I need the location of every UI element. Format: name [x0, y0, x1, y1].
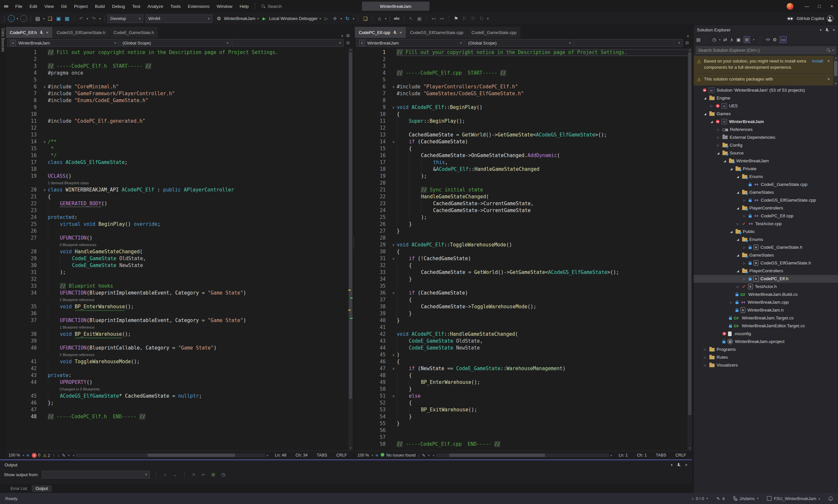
- code-line[interactable]: 8: [355, 97, 692, 104]
- close-icon[interactable]: ×: [833, 28, 835, 32]
- tree-chevron-icon[interactable]: ◢: [735, 206, 740, 210]
- line-number[interactable]: 1: [355, 49, 390, 56]
- line-number[interactable]: 5: [355, 76, 390, 84]
- solution-search-input[interactable]: Search Solution Explorer (Ctrl+;) ▾: [696, 46, 836, 54]
- line-number[interactable]: 39: [6, 338, 41, 345]
- code-line[interactable]: 23: [6, 207, 353, 214]
- fold-chevron-icon[interactable]: ∨: [390, 290, 397, 296]
- output-source-select[interactable]: ▾: [42, 471, 150, 479]
- horizontal-scrollbar[interactable]: ◄ ►: [72, 453, 269, 457]
- search-button[interactable]: Search: [258, 4, 285, 9]
- navigate-back-icon[interactable]: ←: [7, 14, 15, 23]
- tree-chevron-icon[interactable]: ▷: [742, 262, 747, 265]
- code-line[interactable]: 40}: [355, 317, 692, 324]
- code-line[interactable]: 33// Blueprint hooks: [6, 283, 353, 290]
- line-number[interactable]: 13: [6, 131, 41, 139]
- line-number[interactable]: 18: [6, 166, 41, 173]
- line-number[interactable]: 2: [6, 56, 41, 63]
- code-line[interactable]: 48{: [355, 372, 692, 379]
- git-sync-status[interactable]: ↑↓ 0 / 0 ▾: [691, 496, 708, 501]
- vertical-scrollbar[interactable]: ▲ ▼: [348, 48, 353, 451]
- line-number[interactable]: 43: [355, 338, 390, 345]
- codelens-link[interactable]: 0 Blueprint references: [59, 241, 96, 248]
- code-line[interactable]: 23CachedGameState->CurrentGameState,: [355, 200, 692, 207]
- code-line[interactable]: 20: [355, 180, 692, 186]
- start-debugging-icon[interactable]: ▶: [260, 14, 268, 23]
- line-number[interactable]: 37: [355, 296, 390, 303]
- tree-item[interactable]: ◢+WinterBreakJam: [694, 118, 838, 126]
- code-line[interactable]: 32: [6, 276, 353, 283]
- code-line[interactable]: 40UFUNCTION(BlueprintCallable, Category …: [6, 345, 353, 352]
- code-line[interactable]: 38CachedGameState->ToggleWarehouseMode()…: [355, 303, 692, 310]
- line-number[interactable]: 31: [6, 269, 41, 276]
- code-line[interactable]: 13: [6, 131, 353, 139]
- code-line[interactable]: 30CodeE_GameState NewState: [6, 262, 353, 269]
- code-line[interactable]: 9: [6, 104, 353, 111]
- tree-item[interactable]: ◢GameStates: [694, 251, 838, 259]
- navigate-back-dropdown[interactable]: ▾: [16, 14, 19, 23]
- bookmarks-dropdown[interactable]: ▾: [486, 14, 489, 23]
- autoscroll-icon[interactable]: ⊞: [210, 472, 217, 477]
- select-cursor-icon[interactable]: ↖: [407, 14, 415, 23]
- code-editor[interactable]: 1// Fill out your copyright notice in th…: [355, 48, 692, 451]
- line-number[interactable]: 40: [355, 317, 390, 324]
- line-number[interactable]: 31: [355, 255, 390, 262]
- line-number[interactable]: 27: [6, 235, 41, 241]
- line-number[interactable]: 54: [355, 413, 390, 420]
- code-line[interactable]: 44UPROPERTY(): [6, 379, 353, 386]
- close-icon[interactable]: ×: [685, 463, 688, 467]
- tree-item[interactable]: ▷Config: [694, 141, 838, 149]
- menu-debug[interactable]: Debug: [108, 0, 129, 13]
- code-line[interactable]: 45ACodeGS_ElfGameState* CachedGameState …: [6, 393, 353, 400]
- error-count[interactable]: ×0: [32, 453, 40, 458]
- line-number[interactable]: 16: [355, 152, 390, 159]
- line-number[interactable]: 22: [6, 200, 41, 207]
- document-health-icon[interactable]: ≈: [375, 453, 378, 458]
- tree-chevron-icon[interactable]: ▷: [716, 136, 720, 139]
- code-cleanup-icon[interactable]: ✎: [422, 453, 426, 458]
- nav-project-select[interactable]: + WinterBreakJam▾: [7, 39, 119, 47]
- menu-edit[interactable]: Edit: [26, 0, 40, 13]
- line-number[interactable]: 28: [6, 248, 41, 255]
- code-line[interactable]: 43private:: [6, 372, 353, 379]
- next-issue-icon[interactable]: ↓: [57, 453, 59, 457]
- line-number[interactable]: 28: [355, 235, 390, 241]
- tree-item[interactable]: ◢GameStates: [694, 188, 838, 196]
- line-number[interactable]: 48: [355, 372, 390, 379]
- decrease-indent-icon[interactable]: ↤: [429, 14, 437, 23]
- split-editor-icon[interactable]: ⊟: [683, 40, 691, 45]
- tree-chevron-icon[interactable]: ◢: [703, 96, 707, 100]
- tab-list-dropdown[interactable]: ▾: [687, 34, 689, 38]
- code-line[interactable]: 47: [6, 407, 353, 413]
- line-number[interactable]: 4: [355, 70, 390, 76]
- code-line[interactable]: 27UFUNCTION(): [6, 235, 353, 241]
- tree-item[interactable]: C#WinterBreakJamEditor.Target.cs: [694, 322, 838, 330]
- codelens-link[interactable]: 1 derived Blueprint class: [48, 180, 89, 186]
- line-number[interactable]: 18: [355, 166, 390, 173]
- word-wrap-icon[interactable]: ↵: [200, 472, 207, 477]
- code-line[interactable]: 42void ACodePC_Elf::HandleGameStateChang…: [355, 331, 692, 338]
- show-all-files-icon[interactable]: ▣: [736, 37, 741, 42]
- code-line[interactable]: 5: [355, 76, 692, 84]
- tree-chevron-icon[interactable]: ▷: [735, 222, 740, 226]
- line-number[interactable]: 25: [6, 221, 41, 228]
- startup-project-dropdown[interactable]: ▾: [256, 14, 260, 23]
- tree-item[interactable]: C#WinterBreakJam.Build.cs: [694, 291, 838, 299]
- line-number[interactable]: 33: [355, 269, 390, 276]
- code-cleanup-dropdown[interactable]: ▾: [428, 454, 429, 457]
- line-number[interactable]: 10: [6, 111, 41, 118]
- line-number[interactable]: 26: [355, 221, 390, 228]
- line-number[interactable]: 20: [355, 180, 390, 186]
- code-line[interactable]: 39}: [355, 310, 692, 317]
- zoom-level[interactable]: 100 %: [8, 453, 20, 457]
- find-message-icon[interactable]: ⌕: [162, 472, 168, 478]
- fold-chevron-icon[interactable]: ∨: [41, 186, 48, 194]
- tree-item[interactable]: ◢Engine: [694, 94, 838, 102]
- line-number[interactable]: 17: [355, 159, 390, 166]
- line-number[interactable]: 1: [6, 49, 41, 56]
- line-ending[interactable]: CRLF: [672, 453, 689, 457]
- menu-extensions[interactable]: Extensions: [184, 0, 213, 13]
- git-branch[interactable]: JAdams ▾: [733, 496, 759, 501]
- tree-chevron-icon[interactable]: ▷: [703, 364, 707, 367]
- line-number[interactable]: 34: [355, 276, 390, 283]
